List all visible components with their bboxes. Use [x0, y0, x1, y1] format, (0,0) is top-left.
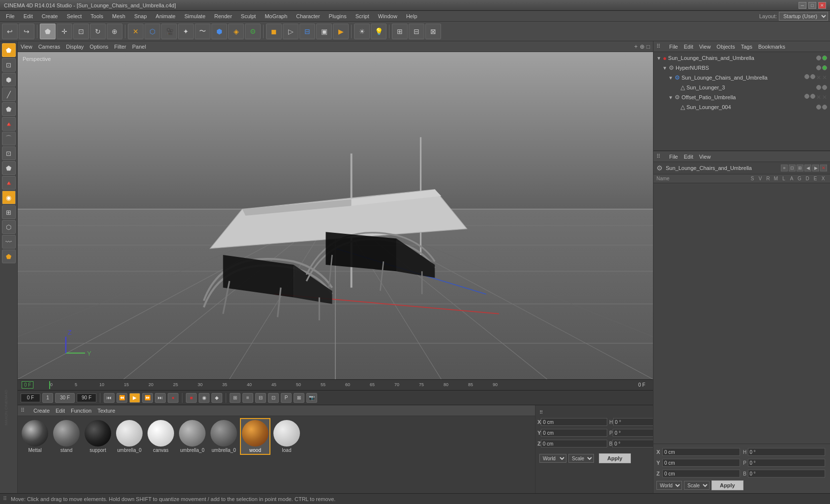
timeline-button[interactable]: ◼	[266, 24, 282, 39]
attr-btn-4[interactable]: ◀	[804, 165, 811, 171]
viewport-add-icon[interactable]: +	[634, 43, 638, 50]
viewport-menu-view[interactable]: View	[21, 44, 32, 50]
tree-item-lounger3[interactable]: △ Sun_Lounger_3	[654, 83, 829, 92]
prev-frame-button[interactable]: ⏪	[117, 393, 127, 403]
menu-select[interactable]: Select	[63, 12, 86, 20]
nurbs-button[interactable]: ⬢	[211, 24, 227, 39]
keyframe-button[interactable]: ◆	[211, 393, 222, 403]
coord-x-pos[interactable]	[541, 418, 607, 426]
object-button[interactable]: ⬡	[145, 24, 160, 39]
generator-button[interactable]: ⚙	[245, 24, 261, 39]
viewport-menu-filter[interactable]: Filter	[114, 44, 126, 50]
menu-script[interactable]: Script	[352, 12, 373, 20]
scale-dropdown[interactable]: Scale Size	[568, 454, 594, 463]
menu-render[interactable]: Render	[210, 12, 236, 20]
menu-simulate[interactable]: Simulate	[180, 12, 209, 20]
material-wood[interactable]: wood	[241, 419, 269, 454]
menu-file[interactable]: File	[2, 12, 19, 20]
attr-menu-file[interactable]: File	[669, 154, 678, 160]
snapshot-button[interactable]: 📷	[306, 393, 317, 403]
null-object-button[interactable]: ✕	[128, 24, 144, 39]
keyframe-track-button[interactable]: ⊟	[255, 393, 266, 403]
material-umbrella2[interactable]: umbrella_0	[209, 419, 238, 454]
stop-button[interactable]: ■	[186, 393, 197, 403]
twist-tool[interactable]: ⬟	[2, 161, 16, 175]
motion-blend-button[interactable]: ⊞	[230, 393, 240, 403]
material-umbrella1[interactable]: umbrella_0	[178, 419, 207, 454]
tree-item-umbrella[interactable]: ▼ ⚙ Offset_Patio_Umbrella ✕ ✕	[654, 92, 829, 102]
light-icon-button[interactable]: 💡	[371, 24, 386, 39]
layout-dropdown[interactable]: Startup (User)	[779, 12, 828, 21]
viewport-3d[interactable]: Perspective	[18, 52, 653, 379]
material-umbrella0[interactable]: umbrella_0	[115, 419, 144, 454]
attr-menu-view[interactable]: View	[699, 154, 711, 160]
obj-menu-tags[interactable]: Tags	[741, 44, 752, 50]
model-mode-button[interactable]: ⬟	[40, 24, 56, 39]
menu-create[interactable]: Create	[38, 12, 62, 20]
deformer-button[interactable]: ◈	[228, 24, 244, 39]
menu-tools[interactable]: Tools	[87, 12, 107, 20]
viewport-menu-display[interactable]: Display	[66, 44, 84, 50]
obj-menu-file[interactable]: File	[669, 44, 678, 50]
poly-mode-tool[interactable]: ⬢	[2, 73, 16, 86]
shear-tool[interactable]: ⊞	[2, 205, 16, 219]
viewport-canvas[interactable]: Perspective	[18, 52, 653, 379]
menu-mesh[interactable]: Mesh	[108, 12, 129, 20]
record-button[interactable]: ●	[168, 393, 178, 403]
menu-edit[interactable]: Edit	[20, 12, 37, 20]
material-canvas[interactable]: canvas	[147, 419, 175, 454]
render-queue-button[interactable]: ⊟	[409, 24, 424, 39]
undo-button[interactable]: ↩	[2, 24, 18, 39]
render-view-button[interactable]: ▣	[316, 24, 332, 39]
viewport-menu-cameras[interactable]: Cameras	[38, 44, 60, 50]
menu-plugins[interactable]: Plugins	[325, 12, 351, 20]
coord-z-pos[interactable]	[541, 440, 607, 448]
rp-b-input[interactable]	[748, 470, 826, 477]
move-tool-button[interactable]: ✛	[57, 24, 72, 39]
viewport-menu-options[interactable]: Options	[89, 44, 108, 50]
output-button[interactable]: ⊠	[425, 24, 441, 39]
obj-menu-edit[interactable]: Edit	[684, 44, 693, 50]
fps-mode-button[interactable]: P	[281, 393, 292, 403]
arch-tool[interactable]: ⌒	[2, 132, 16, 145]
rp-z-input[interactable]	[662, 470, 740, 477]
current-frame-input[interactable]	[21, 393, 40, 402]
frame-step-input[interactable]: 1	[42, 393, 53, 403]
select-tool[interactable]: ⬟	[2, 43, 16, 57]
rp-p-input[interactable]	[748, 459, 826, 467]
render-button[interactable]: ▷	[283, 24, 298, 39]
rp-scale-dropdown[interactable]: Scale	[684, 481, 710, 490]
render-active-button[interactable]: ▶	[333, 24, 349, 39]
tree-item-root[interactable]: ▼ ● Sun_Lounge_Chairs_and_Umbrella	[654, 53, 829, 63]
rp-y-input[interactable]	[662, 459, 740, 467]
rp-world-dropdown[interactable]: World	[656, 481, 682, 490]
bulge-tool[interactable]: ◉	[2, 191, 16, 204]
camera-button[interactable]: 🎥	[161, 24, 177, 39]
timeline-toggle-button[interactable]: ≡	[242, 393, 253, 403]
attr-btn-close[interactable]: ✕	[820, 165, 827, 171]
light-button[interactable]: ✦	[178, 24, 194, 39]
render-settings-button[interactable]: ⊞	[392, 24, 408, 39]
tree-item-slcau[interactable]: ▼ ⚙ Sun_Lounge_Chairs_and_Umbrella ✕ ✕	[654, 73, 829, 83]
coord-y-pos[interactable]	[541, 429, 607, 437]
material-load[interactable]: load	[272, 419, 301, 454]
menu-window[interactable]: Window	[374, 12, 401, 20]
path-tool[interactable]: 🔺	[2, 117, 16, 131]
mat-menu-function[interactable]: Function	[71, 408, 91, 414]
wrap-tool[interactable]: ⬡	[2, 220, 16, 234]
spline-wrap-tool[interactable]: 〰	[2, 235, 16, 249]
display-button[interactable]: ☀	[354, 24, 370, 39]
mat-menu-texture[interactable]: Texture	[97, 408, 115, 414]
menu-sculpt[interactable]: Sculpt	[237, 12, 260, 20]
viewport-menu-panel[interactable]: Panel	[132, 44, 146, 50]
rotate-tool-button[interactable]: ↻	[90, 24, 106, 39]
render-mode-button[interactable]: ⊠	[294, 393, 304, 403]
material-support[interactable]: support	[84, 419, 112, 454]
apply-button[interactable]: Apply	[599, 453, 631, 463]
magnet-tool[interactable]: ⬟	[2, 250, 16, 263]
obj-menu-view[interactable]: View	[699, 44, 711, 50]
obj-menu-objects[interactable]: Objects	[716, 44, 735, 50]
scale-tool-button[interactable]: ⊡	[73, 24, 89, 39]
attr-menu-edit[interactable]: Edit	[684, 154, 693, 160]
minimize-button[interactable]: ─	[799, 2, 806, 9]
